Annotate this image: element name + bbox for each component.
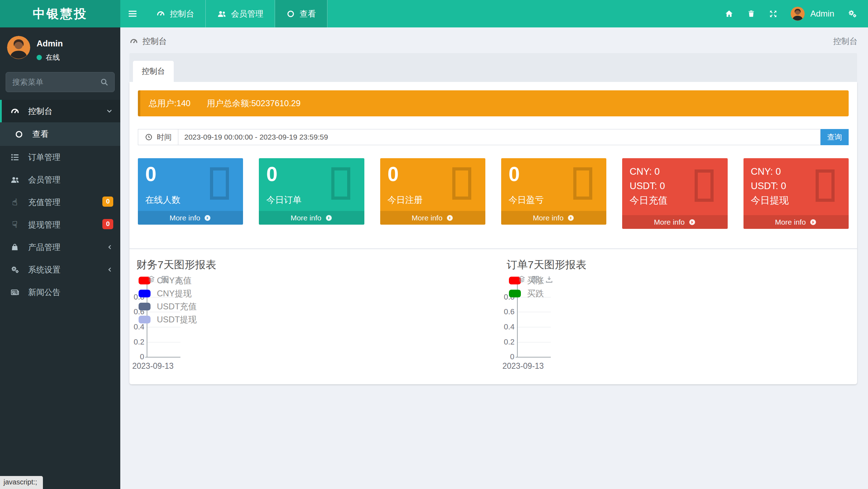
query-button[interactable]: 查询 bbox=[821, 129, 849, 145]
legend-label: 买跌 bbox=[527, 288, 544, 299]
more-info-link[interactable]: More info bbox=[259, 211, 364, 225]
search-input[interactable] bbox=[6, 72, 115, 92]
more-info-link[interactable]: More info bbox=[622, 215, 727, 229]
username-label: Admin bbox=[810, 9, 834, 19]
tab-strip: 控制台 bbox=[129, 53, 857, 82]
users-icon bbox=[217, 9, 226, 19]
avatar[interactable] bbox=[7, 36, 30, 59]
stack-icon[interactable] bbox=[517, 275, 526, 284]
sidebar-toggle-button[interactable] bbox=[120, 0, 145, 27]
legend-item[interactable]: 买跌 bbox=[509, 287, 544, 300]
sidebar-item-label: 控制台 bbox=[28, 106, 52, 117]
legend-swatch bbox=[139, 303, 151, 310]
chevron-down-icon bbox=[106, 107, 113, 115]
legend-item[interactable]: USDT充值 bbox=[139, 300, 197, 313]
chevron-left-icon bbox=[106, 244, 113, 251]
date-range-input[interactable] bbox=[178, 129, 821, 145]
missing-glyph-icon bbox=[210, 167, 229, 200]
sidebar-item-orders[interactable]: 订单管理 bbox=[0, 146, 120, 168]
online-status-label: 在线 bbox=[46, 53, 60, 62]
online-dot-icon bbox=[37, 55, 42, 60]
sidebar-item-dashboard[interactable]: 控制台 bbox=[0, 100, 120, 122]
nav-item-members[interactable]: 会员管理 bbox=[206, 0, 275, 27]
more-info-link[interactable]: More info bbox=[380, 211, 485, 225]
withdraw-count-badge: 0 bbox=[102, 219, 113, 229]
navbar-menu: 控制台 会员管理 查看 bbox=[120, 0, 327, 27]
sidebar-item-view[interactable]: 查看 bbox=[0, 122, 120, 146]
content-header: 控制台 控制台 bbox=[120, 27, 868, 53]
main-content: 控制台 控制台 控制台 总用户:140 用户总余额:50237610.29 时间… bbox=[120, 0, 868, 384]
sidebar-item-news[interactable]: 新闻公告 bbox=[0, 281, 120, 303]
arrow-circle-right-icon bbox=[688, 218, 696, 226]
ordered-list-icon bbox=[8, 153, 21, 162]
stack-icon[interactable] bbox=[147, 275, 156, 284]
sidebar-item-label: 会员管理 bbox=[28, 174, 60, 185]
gears-icon bbox=[8, 265, 21, 275]
gridline bbox=[147, 327, 180, 327]
chart-toolbox bbox=[147, 275, 183, 284]
sidebar-item-settings[interactable]: 系统设置 bbox=[0, 258, 120, 281]
y-tick: 0.6 bbox=[504, 307, 515, 316]
sidebar-item-label: 充值管理 bbox=[28, 197, 60, 208]
chart-toolbox bbox=[517, 275, 554, 284]
sidebar-user-info: Admin 在线 bbox=[37, 36, 63, 62]
legend-item[interactable]: CNY提现 bbox=[139, 287, 197, 300]
info-box-today-withdraw: CNY: 0 USDT: 0 今日提现 More info bbox=[743, 158, 849, 229]
more-info-link[interactable]: More info bbox=[743, 215, 849, 229]
x-axis-label: 2023-09-13 bbox=[132, 361, 174, 371]
hand-up-icon: ☝ bbox=[8, 198, 21, 207]
sidebar-item-members[interactable]: 会员管理 bbox=[0, 168, 120, 191]
info-box-online-users: 0 在线人数 More info bbox=[138, 158, 243, 225]
sidebar-item-products[interactable]: 产品管理 bbox=[0, 236, 120, 258]
info-box-today-registered: 0 今日注册 More info bbox=[380, 158, 485, 225]
time-addon-label: 时间 bbox=[157, 132, 172, 142]
arrow-circle-right-icon bbox=[325, 214, 333, 222]
gridline bbox=[518, 327, 551, 327]
brand-logo[interactable]: 中银慧投 bbox=[0, 0, 120, 27]
nav-item-dashboard[interactable]: 控制台 bbox=[145, 0, 206, 27]
arrow-circle-right-icon bbox=[809, 218, 817, 226]
user-menu[interactable]: Admin bbox=[791, 7, 834, 21]
legend-item[interactable]: USDT提现 bbox=[139, 313, 197, 326]
download-icon[interactable] bbox=[545, 275, 554, 284]
sidebar-item-label: 查看 bbox=[32, 129, 49, 140]
x-axis-label: 2023-09-13 bbox=[503, 361, 544, 371]
info-box-today-recharge: CNY: 0 USDT: 0 今日充值 More info bbox=[622, 158, 727, 229]
time-addon: 时间 bbox=[138, 129, 178, 145]
trash-icon[interactable] bbox=[747, 9, 756, 18]
fullscreen-icon[interactable] bbox=[768, 9, 778, 19]
total-balance-label: 用户总余额:50237610.29 bbox=[207, 98, 301, 109]
more-info-label: More info bbox=[170, 214, 200, 222]
more-info-link[interactable]: More info bbox=[501, 211, 606, 225]
dashboard-icon bbox=[156, 9, 165, 18]
legend-label: CNY提现 bbox=[157, 288, 192, 299]
missing-glyph-icon bbox=[331, 167, 350, 200]
legend-label: USDT充值 bbox=[157, 301, 197, 312]
nav-item-view[interactable]: 查看 bbox=[275, 0, 327, 27]
nav-item-label: 会员管理 bbox=[231, 8, 263, 19]
gears-icon[interactable] bbox=[847, 8, 857, 19]
download-icon[interactable] bbox=[174, 275, 183, 284]
data-view-icon[interactable] bbox=[161, 275, 170, 284]
nav-item-label: 查看 bbox=[300, 8, 316, 19]
top-navbar: 中银慧投 控制台 会员管理 查看 bbox=[0, 0, 868, 27]
search-icon[interactable] bbox=[100, 77, 109, 87]
gridline bbox=[147, 342, 180, 342]
sidebar-item-label: 系统设置 bbox=[28, 264, 60, 275]
sidebar-item-withdraw[interactable]: ☟ 提现管理 0 bbox=[0, 213, 120, 236]
tab-dashboard[interactable]: 控制台 bbox=[133, 61, 174, 82]
x-axis bbox=[516, 357, 551, 358]
info-box-label: 在线人数 bbox=[145, 194, 180, 206]
more-info-label: More info bbox=[654, 218, 685, 226]
arrow-circle-right-icon bbox=[446, 214, 454, 222]
home-icon[interactable] bbox=[724, 9, 734, 19]
info-box-label: 今日注册 bbox=[388, 194, 423, 206]
navbar-right: Admin bbox=[724, 0, 868, 27]
online-status[interactable]: 在线 bbox=[37, 53, 63, 62]
chart-title: 订单7天图形报表 bbox=[504, 256, 849, 272]
circle-o-icon bbox=[13, 130, 25, 139]
y-tick: 0.4 bbox=[504, 322, 515, 332]
more-info-link[interactable]: More info bbox=[138, 211, 243, 225]
data-view-icon[interactable] bbox=[531, 275, 540, 284]
sidebar-item-recharge[interactable]: ☝ 充值管理 0 bbox=[0, 191, 120, 213]
